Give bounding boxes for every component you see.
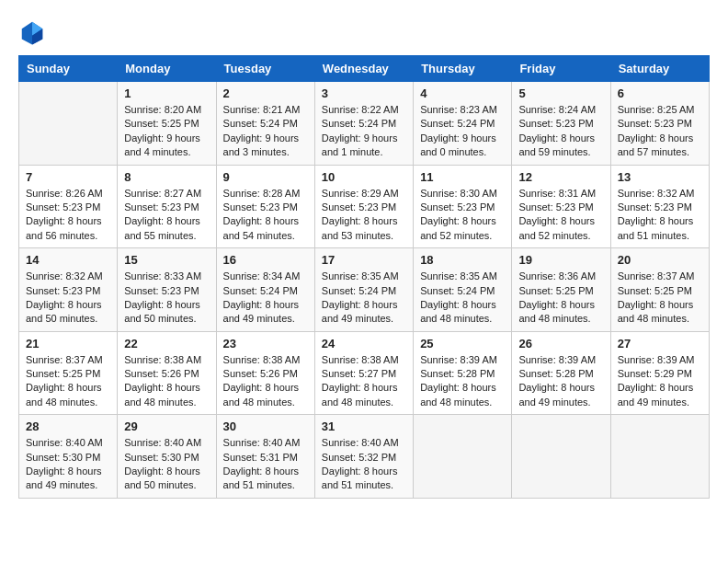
day-number: 24 [322, 337, 406, 350]
day-cell: 30Sunrise: 8:40 AMSunset: 5:31 PMDayligh… [216, 415, 314, 499]
day-cell: 18Sunrise: 8:35 AMSunset: 5:24 PMDayligh… [414, 248, 512, 332]
day-cell: 8Sunrise: 8:27 AMSunset: 5:23 PMDaylight… [118, 165, 216, 248]
week-row-1: 1Sunrise: 8:20 AMSunset: 5:25 PMDaylight… [19, 82, 710, 166]
day-cell: 7Sunrise: 8:26 AMSunset: 5:23 PMDaylight… [19, 165, 118, 248]
day-number: 18 [420, 253, 505, 267]
days-header-row: SundayMondayTuesdayWednesdayThursdayFrid… [19, 56, 710, 82]
day-number: 10 [322, 170, 406, 184]
cell-info: Sunrise: 8:22 AMSunset: 5:24 PMDaylight:… [322, 103, 406, 160]
cell-info: Sunrise: 8:39 AMSunset: 5:28 PMDaylight:… [420, 353, 505, 410]
day-number: 20 [618, 253, 702, 267]
day-cell: 11Sunrise: 8:30 AMSunset: 5:23 PMDayligh… [414, 165, 512, 248]
cell-info: Sunrise: 8:39 AMSunset: 5:28 PMDaylight:… [518, 353, 603, 410]
day-cell: 21Sunrise: 8:37 AMSunset: 5:25 PMDayligh… [19, 331, 118, 415]
day-cell: 6Sunrise: 8:25 AMSunset: 5:23 PMDaylight… [610, 82, 709, 166]
day-cell: 17Sunrise: 8:35 AMSunset: 5:24 PMDayligh… [314, 248, 413, 332]
day-cell: 4Sunrise: 8:23 AMSunset: 5:24 PMDaylight… [414, 82, 512, 166]
cell-info: Sunrise: 8:29 AMSunset: 5:23 PMDaylight:… [322, 187, 406, 244]
day-cell: 22Sunrise: 8:38 AMSunset: 5:26 PMDayligh… [118, 331, 216, 415]
day-header-tuesday: Tuesday [216, 56, 314, 82]
day-header-saturday: Saturday [610, 56, 709, 82]
day-number: 29 [124, 419, 209, 433]
day-number: 23 [223, 337, 308, 350]
cell-info: Sunrise: 8:38 AMSunset: 5:26 PMDaylight:… [124, 353, 209, 410]
day-number: 19 [518, 253, 603, 267]
cell-info: Sunrise: 8:40 AMSunset: 5:32 PMDaylight:… [322, 436, 406, 493]
cell-info: Sunrise: 8:37 AMSunset: 5:25 PMDaylight:… [26, 353, 110, 410]
day-number: 8 [124, 170, 209, 184]
week-row-2: 7Sunrise: 8:26 AMSunset: 5:23 PMDaylight… [19, 165, 710, 248]
cell-info: Sunrise: 8:24 AMSunset: 5:23 PMDaylight:… [518, 103, 603, 160]
logo [18, 18, 50, 46]
cell-info: Sunrise: 8:28 AMSunset: 5:23 PMDaylight:… [223, 187, 308, 244]
day-number: 5 [518, 86, 603, 100]
day-cell: 3Sunrise: 8:22 AMSunset: 5:24 PMDaylight… [314, 82, 413, 166]
day-cell [610, 415, 709, 499]
day-number: 25 [420, 337, 505, 350]
day-cell: 14Sunrise: 8:32 AMSunset: 5:23 PMDayligh… [19, 248, 118, 332]
day-number: 14 [26, 253, 110, 267]
day-number: 26 [518, 337, 603, 350]
day-number: 9 [223, 170, 308, 184]
day-header-monday: Monday [118, 56, 216, 82]
cell-info: Sunrise: 8:40 AMSunset: 5:30 PMDaylight:… [124, 436, 209, 493]
day-number: 15 [124, 253, 209, 267]
day-number: 21 [26, 337, 110, 350]
day-cell: 15Sunrise: 8:33 AMSunset: 5:23 PMDayligh… [118, 248, 216, 332]
cell-info: Sunrise: 8:35 AMSunset: 5:24 PMDaylight:… [322, 270, 406, 327]
day-header-sunday: Sunday [19, 56, 118, 82]
day-cell: 19Sunrise: 8:36 AMSunset: 5:25 PMDayligh… [512, 248, 610, 332]
logo-icon [18, 18, 46, 46]
cell-info: Sunrise: 8:21 AMSunset: 5:24 PMDaylight:… [223, 103, 308, 160]
cell-info: Sunrise: 8:25 AMSunset: 5:23 PMDaylight:… [618, 103, 702, 160]
cell-info: Sunrise: 8:38 AMSunset: 5:27 PMDaylight:… [322, 353, 406, 410]
day-cell: 1Sunrise: 8:20 AMSunset: 5:25 PMDaylight… [118, 82, 216, 166]
cell-info: Sunrise: 8:26 AMSunset: 5:23 PMDaylight:… [26, 187, 110, 244]
cell-info: Sunrise: 8:38 AMSunset: 5:26 PMDaylight:… [223, 353, 308, 410]
cell-info: Sunrise: 8:23 AMSunset: 5:24 PMDaylight:… [420, 103, 505, 160]
cell-info: Sunrise: 8:30 AMSunset: 5:23 PMDaylight:… [420, 187, 505, 244]
week-row-3: 14Sunrise: 8:32 AMSunset: 5:23 PMDayligh… [19, 248, 710, 332]
day-cell: 29Sunrise: 8:40 AMSunset: 5:30 PMDayligh… [118, 415, 216, 499]
day-number: 6 [618, 86, 702, 100]
day-cell: 2Sunrise: 8:21 AMSunset: 5:24 PMDaylight… [216, 82, 314, 166]
day-number: 30 [223, 419, 308, 433]
day-cell [19, 82, 118, 166]
day-cell: 23Sunrise: 8:38 AMSunset: 5:26 PMDayligh… [216, 331, 314, 415]
day-cell [512, 415, 610, 499]
day-cell: 16Sunrise: 8:34 AMSunset: 5:24 PMDayligh… [216, 248, 314, 332]
cell-info: Sunrise: 8:39 AMSunset: 5:29 PMDaylight:… [618, 353, 702, 410]
day-cell: 9Sunrise: 8:28 AMSunset: 5:23 PMDaylight… [216, 165, 314, 248]
cell-info: Sunrise: 8:40 AMSunset: 5:30 PMDaylight:… [26, 436, 110, 493]
day-cell: 26Sunrise: 8:39 AMSunset: 5:28 PMDayligh… [512, 331, 610, 415]
cell-info: Sunrise: 8:31 AMSunset: 5:23 PMDaylight:… [518, 187, 603, 244]
day-header-friday: Friday [512, 56, 610, 82]
day-number: 2 [223, 86, 308, 100]
day-number: 1 [124, 86, 209, 100]
day-header-wednesday: Wednesday [314, 56, 413, 82]
cell-info: Sunrise: 8:37 AMSunset: 5:25 PMDaylight:… [618, 270, 702, 327]
cell-info: Sunrise: 8:34 AMSunset: 5:24 PMDaylight:… [223, 270, 308, 327]
day-number: 3 [322, 86, 406, 100]
day-number: 17 [322, 253, 406, 267]
cell-info: Sunrise: 8:20 AMSunset: 5:25 PMDaylight:… [124, 103, 209, 160]
day-cell: 13Sunrise: 8:32 AMSunset: 5:23 PMDayligh… [610, 165, 709, 248]
cell-info: Sunrise: 8:36 AMSunset: 5:25 PMDaylight:… [518, 270, 603, 327]
day-number: 16 [223, 253, 308, 267]
day-number: 11 [420, 170, 505, 184]
day-number: 7 [26, 170, 110, 184]
day-number: 27 [618, 337, 702, 350]
week-row-5: 28Sunrise: 8:40 AMSunset: 5:30 PMDayligh… [19, 415, 710, 499]
day-cell: 27Sunrise: 8:39 AMSunset: 5:29 PMDayligh… [610, 331, 709, 415]
day-cell: 12Sunrise: 8:31 AMSunset: 5:23 PMDayligh… [512, 165, 610, 248]
day-number: 12 [518, 170, 603, 184]
day-cell: 28Sunrise: 8:40 AMSunset: 5:30 PMDayligh… [19, 415, 118, 499]
day-number: 22 [124, 337, 209, 350]
cell-info: Sunrise: 8:40 AMSunset: 5:31 PMDaylight:… [223, 436, 308, 493]
day-cell: 5Sunrise: 8:24 AMSunset: 5:23 PMDaylight… [512, 82, 610, 166]
cell-info: Sunrise: 8:32 AMSunset: 5:23 PMDaylight:… [26, 270, 110, 327]
page-header [18, 18, 710, 46]
cell-info: Sunrise: 8:27 AMSunset: 5:23 PMDaylight:… [124, 187, 209, 244]
day-number: 4 [420, 86, 505, 100]
day-number: 28 [26, 419, 110, 433]
